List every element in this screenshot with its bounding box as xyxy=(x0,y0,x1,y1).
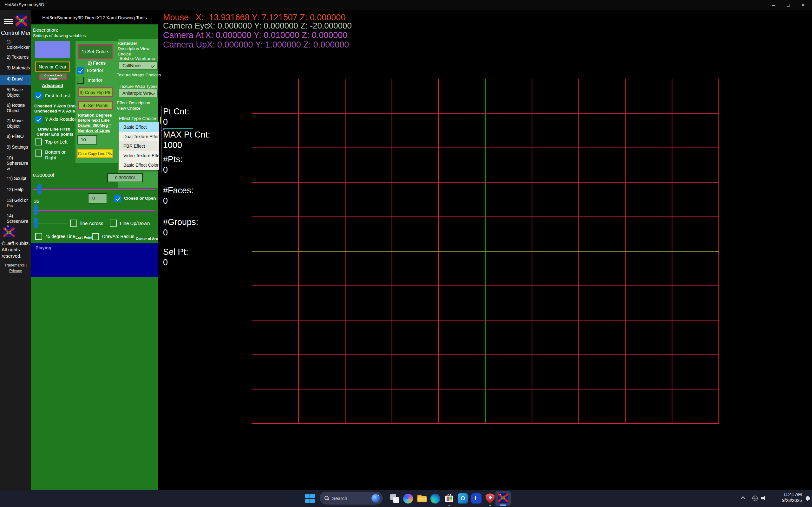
third-slider-track[interactable] xyxy=(34,223,67,223)
y-axis-rotation-label: Y Axis Rotation xyxy=(45,116,77,122)
deg45-line-label: 45 degree Line xyxy=(45,234,75,239)
lines-count-input[interactable]: 10 xyxy=(78,135,97,145)
store-running-indicator xyxy=(449,505,450,506)
task-view-icon[interactable] xyxy=(390,493,400,504)
solid-or-wireframe-label: Solid or Wireframe xyxy=(119,56,155,61)
window-title: Hot3dxSymmetry3D xyxy=(4,2,44,7)
y-axis-note-line1: Checked Y Axis Draw xyxy=(34,104,78,108)
third-slider-thumb[interactable] xyxy=(34,217,38,228)
int-slider-thumb[interactable] xyxy=(34,205,38,216)
clock[interactable]: 11:41 AM 9/23/2025 xyxy=(770,492,802,504)
bottom-or-right-label: Bottom or Right xyxy=(45,149,72,161)
minimize-button[interactable]: – xyxy=(766,0,781,10)
float-slider-track[interactable] xyxy=(33,189,155,190)
description-label: Description: xyxy=(33,27,58,33)
float-value-box[interactable]: 0.300000f xyxy=(107,173,143,182)
sidebar-item-settings[interactable]: 9) Settings xyxy=(7,145,30,150)
camera-up-readout: Camera UpX: 0.000000 Y: 1.000000 Z: 0.00… xyxy=(163,40,349,50)
effect-option-pbr[interactable]: PBR Effect xyxy=(119,141,159,151)
closed-or-open-checkbox[interactable] xyxy=(114,195,121,202)
deg45-line-checkbox[interactable] xyxy=(35,233,42,240)
texture-wrap-select[interactable]: Anistropic Wra xyxy=(119,89,158,97)
stat-pts: #Pts:0 xyxy=(163,154,183,175)
new-or-clear-button[interactable]: New or Clear xyxy=(35,61,70,72)
sidebar-item-materials[interactable]: 3) Materials xyxy=(7,65,30,71)
effect-option-dual-texture[interactable]: Dual Texture Effect xyxy=(119,132,159,141)
cursor-lock-reset-button[interactable]: Cursor Lock Reset xyxy=(39,73,67,80)
tray-date: 9/23/2025 xyxy=(770,498,802,504)
sidebar-item-rotate[interactable]: 6) Rotate Object xyxy=(7,103,30,113)
maximize-button[interactable]: □ xyxy=(781,0,796,10)
outlook-icon[interactable]: O xyxy=(458,493,468,504)
copy-flip-pts-button[interactable]: 3) Copy Flip Pts xyxy=(78,88,113,97)
search-highlight-icon xyxy=(371,494,380,503)
draw-line-note1: Draw Line First! xyxy=(38,127,70,131)
notification-bell-icon[interactable] xyxy=(806,496,810,500)
effect-option-video-texture[interactable]: Video Texture Effect xyxy=(119,151,159,160)
draw-settings-panel: Description: Settings of drawing variabl… xyxy=(31,24,158,490)
start-button[interactable] xyxy=(305,493,315,504)
hamburger-menu-icon[interactable] xyxy=(4,19,13,24)
line-up-down-checkbox[interactable] xyxy=(110,220,117,227)
camera-eye-readout: Camera EyeX: 0.000000 Y: 0.000000 Z: -20… xyxy=(163,21,352,31)
sidebar-item-fileio[interactable]: 8) FileIO xyxy=(7,134,30,139)
float-slider-label: 0.300000f xyxy=(33,172,54,178)
set-colors-button[interactable]: 1) Set Colors xyxy=(78,44,113,59)
stat-pt-cnt: Pt Cnt:0 xyxy=(163,107,189,127)
sidebar-item-sculpt[interactable]: 11) Sculpt xyxy=(7,176,30,181)
sidebar-item-scale[interactable]: 5) Scale Object xyxy=(7,87,30,98)
privacy-link[interactable]: Privacy xyxy=(9,269,21,273)
cull-mode-select[interactable]: CullNone xyxy=(119,61,158,70)
color-swatch[interactable] xyxy=(35,41,70,58)
sidebar-item-textures[interactable]: 2) Textures xyxy=(7,55,30,60)
sidebar-item-draw[interactable]: 4) Draw! xyxy=(7,76,30,82)
draw-arc-radius-checkbox[interactable] xyxy=(92,233,99,240)
sidebar-item-spheredraw[interactable]: 10) SphereDraw xyxy=(7,155,30,171)
interior-checkbox[interactable] xyxy=(77,77,84,83)
clear-copy-line-pts-button[interactable]: Clear Copy Line Pts xyxy=(77,149,113,158)
stat-max-pt-cnt: MAX Pt Cnt:1000 xyxy=(163,130,210,151)
l-app-icon[interactable]: L xyxy=(471,493,481,504)
search-icon xyxy=(324,496,329,500)
y-axis-rotation-checkbox[interactable] xyxy=(35,116,42,123)
camera-at-readout: Camera AtX: 0.000000 Y: 0.010000 Z: 0.00… xyxy=(163,31,347,40)
advanced-link[interactable]: Advanced xyxy=(35,83,70,88)
trademarks-link[interactable]: Trademarks xyxy=(4,263,25,268)
exterior-checkbox[interactable] xyxy=(77,67,84,74)
exterior-label: Exterior xyxy=(87,67,103,73)
faces-link[interactable]: 2) Faces xyxy=(75,60,118,66)
vertical-rule xyxy=(161,106,161,172)
sidebar-item-gridorpic[interactable]: 13) Grid or Pic xyxy=(7,198,30,209)
effect-option-basic-color[interactable]: Basic Effect Color xyxy=(119,160,159,170)
bottom-or-right-checkbox[interactable] xyxy=(35,150,42,157)
sidebar-item-move[interactable]: 7) Move Object xyxy=(7,118,30,129)
int-value-box[interactable]: 0 xyxy=(88,193,107,204)
int-slider-track[interactable] xyxy=(33,210,155,211)
drawing-grid[interactable] xyxy=(252,79,719,424)
float-slider-thumb[interactable] xyxy=(38,183,42,194)
edge-browser-icon[interactable] xyxy=(430,494,440,504)
playing-status: Playing xyxy=(36,245,51,250)
app-title: Hot3dxSymmetry3D DirectX12 Xaml Drawing … xyxy=(31,15,158,20)
y-axis-note-line2: Unchecked = X Axis xyxy=(34,109,75,113)
microsoft-store-icon[interactable] xyxy=(444,493,455,504)
search-input[interactable] xyxy=(332,496,361,501)
close-button[interactable]: ✕ xyxy=(796,0,810,10)
file-explorer-icon[interactable] xyxy=(417,493,427,504)
int-slider-label: 36 xyxy=(34,199,39,204)
sidebar-item-help[interactable]: 12) Help xyxy=(7,187,30,192)
network-icon[interactable] xyxy=(752,496,758,501)
first-to-last-checkbox[interactable] xyxy=(35,92,42,99)
texture-wrap-types-label: Texture Wrap Types xyxy=(119,84,158,89)
top-or-left-label: Top or Left xyxy=(45,139,67,145)
line-across-checkbox[interactable] xyxy=(70,220,77,227)
taskbar-search[interactable] xyxy=(320,492,383,504)
hot3dx-taskbar-icon[interactable]: 3D xyxy=(498,493,508,503)
copilot-icon[interactable] xyxy=(403,494,413,504)
sidebar-item-colorpicker[interactable]: 1) ColorPicker xyxy=(7,39,30,50)
axis-tick xyxy=(160,117,161,124)
volume-icon[interactable] xyxy=(761,495,768,501)
top-or-left-checkbox[interactable] xyxy=(35,138,42,146)
set-points-button[interactable]: 4) Set Points xyxy=(78,101,113,110)
effect-option-basic[interactable]: Basic Effect xyxy=(119,122,159,132)
